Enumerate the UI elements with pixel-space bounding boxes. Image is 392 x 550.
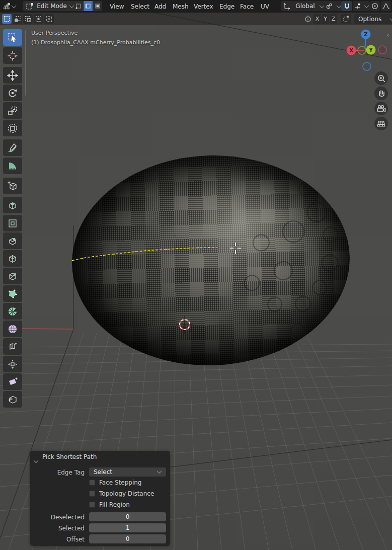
tool-smooth[interactable] — [3, 321, 22, 337]
select-mode-set[interactable] — [2, 14, 12, 24]
menu-face[interactable]: Face — [239, 0, 255, 13]
options-dropdown[interactable]: Options — [354, 14, 392, 24]
region-collapse-icon[interactable]: ‹ — [386, 31, 389, 39]
3d-viewport-editor-icon — [2, 2, 12, 11]
chevron-down-icon — [69, 3, 74, 8]
face-select-button[interactable] — [93, 1, 102, 11]
tool-settings-bar: X Y Z Options — [0, 13, 392, 25]
mesh-crater — [321, 254, 339, 272]
proportional-editing-icon — [371, 3, 378, 10]
chevron-down-icon — [157, 468, 162, 474]
chevron-down-icon — [390, 16, 392, 21]
tool-spin[interactable] — [3, 303, 22, 320]
edge-select-button[interactable] — [84, 1, 93, 11]
mesh-crater — [323, 226, 339, 243]
tool-select-box[interactable] — [3, 29, 22, 46]
svg-text:X: X — [349, 48, 353, 53]
tool-annotate[interactable] — [3, 139, 22, 156]
selected-label: Selected — [30, 525, 85, 532]
topology-distance-checkbox[interactable] — [89, 491, 95, 497]
tool-measure[interactable] — [3, 158, 22, 174]
pivot-point-dropdown[interactable] — [324, 1, 343, 11]
options-label: Options — [358, 16, 381, 23]
select-mode-invert[interactable] — [34, 14, 43, 24]
mesh-crater — [282, 220, 305, 243]
gizmo-axis-neg-z — [363, 62, 371, 70]
tool-rotate[interactable] — [3, 85, 22, 101]
offset-label: Offset — [30, 536, 85, 543]
mesh-crater — [244, 275, 260, 291]
camera-view-button[interactable] — [374, 102, 388, 115]
edge-tag-dropdown[interactable]: Select — [89, 467, 166, 477]
panel-title[interactable]: Pick Shortest Path — [42, 453, 97, 460]
tool-poly-build[interactable] — [3, 285, 22, 302]
tool-transform[interactable] — [3, 120, 22, 136]
svg-text:Y: Y — [368, 47, 373, 53]
tool-scale[interactable] — [3, 102, 22, 119]
topology-distance-label: Topology Distance — [99, 490, 154, 497]
face-stepping-checkbox[interactable] — [89, 480, 95, 486]
symmetry-z-toggle[interactable]: Z — [330, 14, 337, 24]
menu-edge[interactable]: Edge — [218, 0, 236, 13]
proportional-falloff-dropdown[interactable] — [381, 1, 391, 11]
tool-loop-cut[interactable] — [3, 250, 22, 267]
deselected-label: Deselected — [30, 514, 85, 521]
snap-settings-dropdown[interactable] — [353, 1, 370, 11]
orthographic-toggle-button[interactable] — [374, 117, 388, 130]
select-mode-subtract[interactable] — [23, 14, 33, 24]
deselected-field[interactable]: 0 — [89, 512, 166, 521]
edge-tag-label: Edge Tag — [30, 469, 85, 476]
tool-rip-region[interactable] — [3, 391, 22, 408]
select-mode-extend[interactable] — [13, 14, 22, 24]
symmetry-y-toggle[interactable]: Y — [322, 14, 329, 24]
fill-region-checkbox[interactable] — [89, 502, 95, 508]
proportional-editing-toggle[interactable] — [370, 1, 380, 11]
editor-type-selector[interactable] — [2, 1, 20, 11]
active-object-label: (1) Drosophila_CAAX-mCherry_Probabilitie… — [31, 39, 160, 46]
pan-hand-button[interactable] — [374, 87, 388, 100]
falloff-curve-icon — [382, 3, 390, 10]
tool-extrude-region[interactable] — [3, 197, 22, 213]
menu-add[interactable]: Add — [153, 0, 167, 13]
menu-vertex[interactable]: Vertex — [193, 0, 214, 13]
menu-mesh[interactable]: Mesh — [172, 0, 190, 13]
toolbar-scrollbar[interactable] — [25, 30, 26, 96]
operator-panel: Pick Shortest Path Edge Tag Select Face … — [30, 451, 170, 546]
tool-add-cube[interactable] — [3, 178, 22, 194]
edit-mode-icon — [26, 2, 34, 10]
zoom-button[interactable] — [374, 71, 388, 85]
menu-select[interactable]: Select — [130, 0, 150, 13]
symmetry-icon[interactable] — [303, 15, 312, 23]
symmetry-x-toggle[interactable]: X — [313, 14, 321, 24]
face-stepping-label: Face Stepping — [99, 479, 141, 486]
mesh-crater — [273, 261, 293, 280]
orientation-axes-icon — [283, 3, 290, 10]
mode-selector[interactable]: Edit Mode — [23, 1, 76, 11]
proportional-projected-toggle[interactable] — [341, 14, 351, 24]
panel-collapse-chevron[interactable] — [34, 455, 38, 459]
menu-view[interactable]: View — [109, 0, 125, 13]
vertex-select-button[interactable] — [74, 1, 83, 11]
transform-orientation-dropdown[interactable]: Global — [281, 1, 326, 11]
tool-shrink-fatten[interactable] — [3, 356, 22, 372]
menu-uv[interactable]: UV — [260, 0, 270, 13]
tool-bevel[interactable] — [3, 232, 22, 249]
top-header: Edit Mode View Select Add Mesh Vertex Ed… — [0, 0, 392, 13]
tool-cursor[interactable] — [3, 47, 22, 64]
edge-tag-value: Select — [94, 468, 112, 476]
tool-edge-slide[interactable] — [3, 338, 22, 355]
navigation-gizmo[interactable]: X Z Y — [346, 29, 389, 72]
tool-move[interactable] — [3, 67, 22, 84]
select-mode-intersect[interactable] — [44, 14, 54, 24]
tool-shear[interactable] — [3, 373, 22, 390]
mesh-crater — [312, 280, 328, 295]
mesh-crater — [267, 296, 283, 312]
blender-window: User Perspective (1) Drosophila_CAAX-mCh… — [0, 0, 392, 550]
chevron-down-icon — [12, 3, 17, 8]
tool-inset-faces[interactable] — [3, 215, 22, 231]
tool-knife[interactable] — [3, 268, 22, 284]
snap-toggle[interactable] — [341, 1, 352, 11]
fill-region-label: Fill Region — [99, 501, 130, 508]
offset-field[interactable]: 0 — [89, 534, 166, 543]
selected-field[interactable]: 1 — [89, 523, 166, 532]
